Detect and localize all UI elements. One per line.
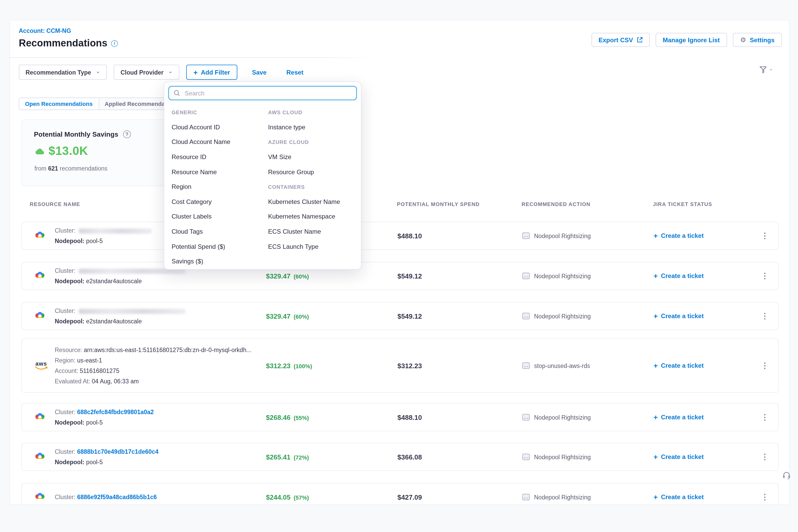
- plus-icon: +: [653, 232, 658, 240]
- filter-option-cost-category[interactable]: Cost Category: [172, 194, 263, 209]
- filter-option-kubernetes-namespace[interactable]: Kubernetes Namespace: [268, 209, 357, 224]
- table-row[interactable]: Cluster: 688c2fefc84fbdc99801a0a2 Nodepo…: [21, 403, 779, 431]
- external-link-icon: [636, 37, 642, 43]
- filter-funnel-button[interactable]: ⌄: [759, 66, 773, 74]
- col-header-recommended-action: RECOMMENDED ACTION: [521, 201, 590, 207]
- table-row[interactable]: Cluster: Nodepool: e2standar4autoscale $…: [21, 262, 779, 290]
- spend-value: $366.08: [397, 453, 422, 461]
- create-ticket-button[interactable]: +Create a ticket: [653, 362, 704, 369]
- row-menu-button[interactable]: ⋮: [761, 492, 769, 502]
- save-filter-button[interactable]: Save: [249, 68, 270, 76]
- row-menu-button[interactable]: ⋮: [761, 231, 769, 241]
- search-icon: [174, 90, 180, 96]
- action-icon: [522, 494, 530, 500]
- spend-value: $549.12: [397, 312, 422, 320]
- recommended-action: Nodepool Rightsizing: [534, 313, 591, 319]
- cluster-link[interactable]: 688c2fefc84fbdc99801a0a2: [77, 409, 154, 415]
- manage-ignore-list-button[interactable]: Manage Ignore List: [656, 33, 727, 47]
- spend-value: $488.10: [397, 232, 422, 240]
- filter-option-cloud-account-id[interactable]: Cloud Account ID: [172, 120, 263, 135]
- filter-option-resource-id[interactable]: Resource ID: [172, 150, 263, 165]
- row-menu-button[interactable]: ⋮: [761, 311, 769, 321]
- account-breadcrumb[interactable]: Account: CCM-NG: [19, 27, 71, 34]
- create-ticket-button[interactable]: +Create a ticket: [653, 312, 704, 320]
- reset-filter-button[interactable]: Reset: [283, 68, 306, 76]
- filter-option-cloud-account-name[interactable]: Cloud Account Name: [172, 135, 263, 149]
- info-icon[interactable]: i: [111, 40, 118, 47]
- savings-value: $312.23: [266, 362, 290, 370]
- filter-option-instance-type[interactable]: Instance type: [268, 120, 357, 135]
- filter-option-ecs-cluster-name[interactable]: ECS Cluster Name: [268, 224, 357, 239]
- resource-name-cell: Cluster: 688c2fefc84fbdc99801a0a2 Nodepo…: [55, 407, 154, 428]
- add-filter-button[interactable]: + Add Filter: [186, 65, 237, 80]
- savings-card-title: Potential Monthly Savings: [34, 130, 118, 138]
- savings-value: $329.47: [266, 272, 290, 280]
- action-icon: [522, 313, 530, 320]
- filter-option-vm-size[interactable]: VM Size: [268, 150, 357, 165]
- spend-value: $427.09: [397, 493, 422, 501]
- table-row[interactable]: aws Resource: arn:aws:rds:us-east-1:5116…: [21, 339, 779, 393]
- gcp-icon: [34, 311, 45, 321]
- table-row[interactable]: Cluster: Nodepool: pool-5 $488.10 Nodepo…: [21, 222, 779, 250]
- recommended-action: Nodepool Rightsizing: [534, 233, 591, 239]
- action-icon: [522, 362, 530, 369]
- row-menu-button[interactable]: ⋮: [761, 361, 769, 370]
- recommendations-page: Account: CCM-NG Recommendations i Export…: [0, 0, 798, 532]
- create-ticket-button[interactable]: +Create a ticket: [653, 272, 704, 280]
- cloud-provider-filter[interactable]: Cloud Provider ⌄: [114, 65, 179, 80]
- resource-name-cell: Cluster: Nodepool: pool-5: [55, 225, 152, 246]
- recommended-action: Nodepool Rightsizing: [534, 414, 591, 420]
- redacted-cluster-id: [78, 309, 185, 314]
- savings-value: $265.41: [266, 453, 290, 461]
- savings-value: $268.46: [266, 414, 290, 421]
- filter-option-ecs-launch-type[interactable]: ECS Launch Type: [268, 239, 357, 254]
- tab-open-recommendations[interactable]: Open Recommendations: [19, 98, 98, 110]
- export-csv-button[interactable]: Export CSV: [591, 33, 650, 47]
- plus-icon: +: [653, 362, 658, 369]
- dropdown-search[interactable]: [169, 86, 357, 100]
- support-headset-icon[interactable]: [782, 471, 791, 481]
- search-input[interactable]: [184, 89, 352, 97]
- plus-icon: +: [653, 272, 658, 280]
- settings-button[interactable]: ⚙ Settings: [733, 33, 782, 47]
- row-menu-button[interactable]: ⋮: [761, 271, 769, 281]
- filter-option-cloud-tags[interactable]: Cloud Tags: [172, 224, 263, 239]
- row-menu-button[interactable]: ⋮: [761, 413, 769, 422]
- col-header-potential-monthly-spend: POTENTIAL MONTHLY SPEND: [397, 201, 480, 207]
- savings-value: $244.05: [266, 493, 290, 501]
- page-title: Recommendations: [19, 38, 108, 49]
- action-icon: [522, 454, 530, 460]
- create-ticket-button[interactable]: +Create a ticket: [653, 453, 704, 460]
- spend-value: $312.23: [397, 362, 422, 370]
- row-menu-button[interactable]: ⋮: [761, 452, 769, 461]
- gcp-icon: [34, 412, 45, 422]
- filter-option-cluster-labels[interactable]: Cluster Labels: [172, 209, 263, 224]
- help-icon[interactable]: ?: [123, 130, 131, 138]
- table-row[interactable]: Cluster: 6888b1c70e49db17c1de60c4 Nodepo…: [21, 443, 779, 471]
- table-row[interactable]: Cluster: 6886e92f59a48cad86b5b1c6 $244.0…: [21, 483, 779, 505]
- col-header-jira-ticket-status: JIRA TICKET STATUS: [653, 201, 712, 207]
- filter-option-resource-name[interactable]: Resource Name: [172, 165, 263, 179]
- create-ticket-button[interactable]: +Create a ticket: [653, 232, 704, 240]
- cluster-link[interactable]: 6886e92f59a48cad86b5b1c6: [77, 494, 157, 500]
- recommendation-type-filter[interactable]: Recommendation Type ⌄: [19, 65, 107, 80]
- spend-value: $549.12: [397, 272, 422, 280]
- create-ticket-button[interactable]: +Create a ticket: [653, 493, 704, 501]
- filter-option-resource-group[interactable]: Resource Group: [268, 165, 357, 179]
- header-divider: [10, 57, 373, 58]
- filter-option-kubernetes-cluster-name[interactable]: Kubernetes Cluster Name: [268, 194, 357, 209]
- funnel-icon: [759, 66, 767, 74]
- plus-icon: +: [653, 493, 658, 501]
- gcp-icon: [34, 230, 45, 241]
- savings-amount: $13.0K: [49, 144, 88, 158]
- filter-option-potential-spend[interactable]: Potential Spend ($): [172, 239, 263, 254]
- filter-option-region[interactable]: Region: [172, 179, 263, 194]
- gear-icon: ⚙: [740, 36, 746, 44]
- section-title-aws-cloud: AWS CLOUD: [268, 105, 357, 120]
- create-ticket-button[interactable]: +Create a ticket: [653, 414, 704, 421]
- table-row[interactable]: Cluster: Nodepool: e2standar4autoscale $…: [21, 302, 779, 330]
- gcp-icon: [34, 271, 45, 281]
- recommended-action: Nodepool Rightsizing: [534, 494, 591, 500]
- cluster-link[interactable]: 6888b1c70e49db17c1de60c4: [77, 449, 158, 455]
- filter-option-savings[interactable]: Savings ($): [172, 254, 263, 269]
